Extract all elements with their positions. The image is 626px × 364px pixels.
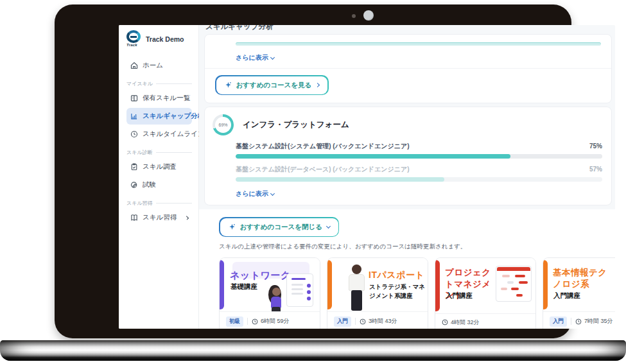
category-panel-partial: さらに表示 おすすめのコースを見る — [204, 34, 612, 103]
clock-icon — [252, 318, 258, 325]
book-open-icon — [130, 214, 138, 221]
skill-progress-fill — [236, 154, 510, 159]
webcam-indicator-dot — [352, 14, 356, 18]
close-courses-label: おすすめのコースを閉じる — [240, 223, 322, 232]
course-duration: 7時間 35分 — [575, 317, 613, 325]
level-badge: 入門 — [334, 316, 351, 327]
category-progress-value: 69% — [215, 117, 231, 133]
sidebar-section-diagnosis: スキル診断 — [126, 149, 192, 156]
close-recommended-courses-button[interactable]: おすすめのコースを閉じる — [219, 217, 339, 237]
chevron-down-icon — [326, 224, 331, 229]
section-label: スキル診断 — [126, 149, 153, 156]
sidebar-item-skill-learning[interactable]: スキル習得 — [126, 209, 192, 226]
app-logo[interactable]: Track Track Demo — [126, 30, 192, 48]
skill-row: 基盤システム設計(システム管理) (バックエンドエンジニア) 75% — [236, 142, 602, 159]
chevron-down-icon — [270, 191, 275, 195]
skill-value: 57% — [589, 166, 602, 173]
category-panel-infra: 69% インフラ・プラットフォーム 基盤システム設計(システム管理) (バックエ… — [204, 107, 612, 205]
skill-progress-fill — [236, 177, 444, 182]
course-thumbnail: ネットワーク 基礎講座 — [220, 258, 320, 312]
sidebar-item-skill-timeline[interactable]: スキルタイムライン — [126, 126, 192, 143]
sidebar: Track Track Demo ホーム マイスキル 保有スキル一覧 — [119, 25, 199, 329]
laptop-mockup: Track Track Demo ホーム マイスキル 保有スキル一覧 — [0, 0, 626, 364]
sidebar-item-label: 保有スキル一覧 — [143, 94, 190, 103]
thumb-subtitle: 入門講座 — [553, 291, 580, 300]
page-title: スキルギャップ分析 — [205, 25, 612, 31]
home-icon — [130, 62, 138, 69]
skill-label: 基盤システム設計(データベース) (バックエンドエンジニア) — [236, 165, 589, 174]
thumb-subtitle: 基礎講座 — [230, 282, 257, 291]
brand-name: Track Demo — [146, 35, 184, 43]
show-more-link-top[interactable]: さらに表示 — [236, 53, 274, 62]
show-more-link-infra[interactable]: さらに表示 — [236, 189, 274, 198]
sidebar-item-home[interactable]: ホーム — [126, 57, 192, 74]
thumb-title: 基本情報テクノロジ系 — [553, 267, 608, 290]
skill-progress-bar-partial — [236, 42, 601, 46]
category-progress-ring: 69% — [213, 114, 234, 135]
sidebar-item-label: ホーム — [143, 61, 163, 70]
course-card-project-management[interactable]: プロジェクトマネジメント 入門講座 — [435, 257, 536, 329]
chevron-down-icon — [270, 55, 275, 59]
course-cards-row: ネットワーク 基礎講座 — [219, 257, 612, 329]
sidebar-item-label: スキルギャップ分析 — [143, 112, 204, 121]
course-duration: 3時間 43分 — [360, 317, 397, 325]
show-more-label: さらに表示 — [236, 189, 268, 198]
recommended-courses-section: おすすめのコースを閉じる スキルの上達や管理者による要件の変更により、おすすめの… — [199, 209, 615, 329]
view-courses-label: おすすめのコースを見る — [236, 81, 312, 90]
person-illustration — [352, 264, 361, 274]
thumb-title: ネットワーク — [230, 270, 291, 281]
section-label: マイスキル — [126, 80, 153, 87]
track-logo-icon: Track — [126, 30, 142, 48]
course-thumbnail: プロジェクトマネジメント 入門講座 — [435, 258, 535, 314]
sidebar-item-exam[interactable]: 試験 — [126, 177, 192, 193]
section-label: スキル習得 — [126, 200, 153, 207]
clock-icon — [442, 319, 448, 325]
clipboard-check-icon — [130, 163, 138, 171]
sidebar-section-learning: スキル習得 — [126, 200, 192, 207]
skill-row: 基盤システム設計(データベース) (バックエンドエンジニア) 57% — [236, 165, 602, 182]
clock-icon — [575, 318, 582, 325]
course-thumbnail: ITパスポート ストラテジ系・マネジメント系講座 — [327, 258, 428, 312]
sidebar-item-owned-skills[interactable]: 保有スキル一覧 — [126, 90, 192, 107]
sidebar-section-myskill: マイスキル — [126, 80, 192, 87]
show-more-label: さらに表示 — [236, 53, 268, 62]
duration-label: 4時間 32分 — [451, 318, 480, 327]
logo-wordmark: Track — [126, 43, 142, 47]
duration-label: 7時間 35分 — [584, 317, 613, 325]
course-card-it-passport[interactable]: ITパスポート ストラテジ系・マネジメント系講座 入門 3時間 43分 — [327, 257, 428, 329]
course-thumbnail: 基本情報テクノロジ系 入門講座 — [543, 258, 615, 312]
skill-value: 75% — [589, 143, 602, 150]
thumb-title: ITパスポート — [369, 270, 424, 280]
sparkle-icon — [225, 82, 232, 89]
main-content: スキルギャップ分析 さらに表示 おすすめのコースを見る — [199, 25, 615, 329]
chevron-right-icon — [315, 83, 320, 87]
laptop-base — [0, 340, 626, 361]
thumb-subtitle: 入門講座 — [446, 291, 473, 300]
duration-label: 6時間 59分 — [261, 317, 290, 325]
thumb-subtitle: ストラテジ系・マネジメント系講座 — [369, 282, 426, 301]
sparkle-icon — [229, 223, 236, 230]
sidebar-item-skill-survey[interactable]: スキル調査 — [126, 159, 192, 175]
clock-icon — [360, 318, 366, 325]
view-recommended-courses-button[interactable]: おすすめのコースを見る — [215, 75, 329, 95]
webcam-lens — [363, 10, 374, 21]
book-list-icon — [130, 94, 138, 102]
level-badge: 入門 — [550, 316, 567, 327]
skill-label: 基盤システム設計(システム管理) (バックエンドエンジニア) — [236, 142, 589, 151]
course-card-fundamental-it[interactable]: 基本情報テクノロジ系 入門講座 入門 — [543, 257, 615, 329]
recommendation-note: スキルの上達や管理者による要件の変更により、おすすめのコースは随時更新されます。 — [219, 243, 612, 251]
sidebar-item-label: スキル習得 — [143, 213, 177, 222]
bar-chart-icon — [130, 112, 138, 120]
level-badge: 初級 — [226, 316, 243, 327]
sidebar-item-skill-gap-analysis[interactable]: スキルギャップ分析 — [126, 108, 192, 125]
chevron-right-icon — [185, 216, 189, 220]
clock-history-icon — [130, 130, 138, 138]
sidebar-item-label: スキルタイムライン — [143, 130, 205, 139]
gantt-chart-illustration — [496, 266, 532, 302]
skill-progress-track — [236, 177, 602, 182]
course-card-network[interactable]: ネットワーク 基礎講座 — [219, 257, 320, 329]
sidebar-item-label: スキル調査 — [143, 162, 177, 171]
category-title: インフラ・プラットフォーム — [243, 119, 349, 130]
sidebar-item-label: 試験 — [143, 180, 156, 189]
skill-progress-track — [236, 154, 602, 159]
